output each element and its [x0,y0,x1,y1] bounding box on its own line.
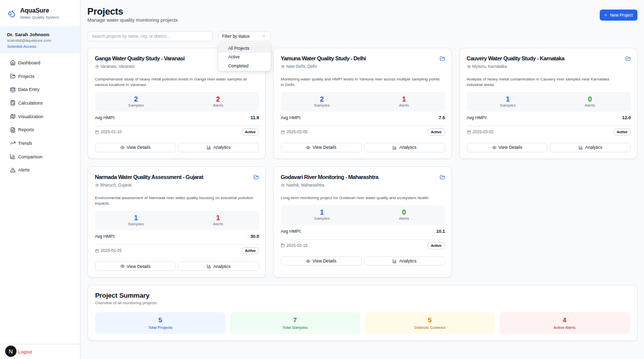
analytics-button[interactable]: Analytics [178,143,259,152]
sidebar-item-data-entry[interactable]: Data Entry [0,83,80,97]
view-details-button[interactable]: View Details [467,143,548,152]
sidebar-item-dashboard[interactable]: Dashboard [0,56,80,70]
samples-stat: 1Samples [467,96,549,108]
nextjs-dev-badge[interactable]: N [5,345,17,357]
sidebar-item-label: Projects [18,74,35,79]
summary-tile-value: 7 [293,317,297,324]
project-description: Environmental assessment of Narmada rive… [95,196,255,206]
analytics-label: Analytics [213,145,230,150]
alerts-label: Alerts [363,104,445,108]
analytics-button[interactable]: Analytics [178,261,259,271]
analytics-button[interactable]: Analytics [550,143,631,152]
sidebar-item-label: Data Entry [18,87,40,92]
analytics-label: Analytics [399,145,416,150]
eye-icon [120,145,125,150]
filter-option-completed[interactable]: Completed [218,62,271,71]
sidebar-item-comparison[interactable]: Comparison [0,150,80,163]
eye-icon [306,259,310,263]
new-project-button[interactable]: New Project [600,10,637,21]
map-pin-icon [95,65,99,69]
folder-open-icon [254,174,259,180]
bar-chart-icon [207,264,211,268]
card-footer: 2025-02-15Active [281,242,445,249]
sidebar-nav: DashboardProjectsData EntryCalculationsV… [0,53,80,344]
alerts-stat: 0Alerts [363,209,445,221]
sidebar-item-alerts[interactable]: Alerts [0,163,80,177]
card-footer: 2025-02-05Active [281,128,445,136]
plus-icon [604,13,608,17]
avg-hmpi-label: Avg HMPI: [281,229,301,234]
analytics-button[interactable]: Analytics [364,143,445,152]
card-divider [95,244,260,245]
page-title: Projects [88,7,178,17]
card-header-text: Cauvery Water Quality Study - KarnatakaM… [467,55,565,69]
alert-triangle-icon [10,167,16,173]
project-card: Cauvery Water Quality Study - KarnatakaM… [459,48,638,159]
view-details-button[interactable]: View Details [95,143,176,152]
logout-button[interactable]: Logout [18,349,32,354]
card-footer: 2025-01-10Active [95,128,260,136]
toolbar: Filter by status All ProjectsActiveCompl… [88,31,638,41]
samples-label: Samples [95,222,177,226]
sidebar-item-visualization[interactable]: Visualization [0,110,80,123]
analytics-button[interactable]: Analytics [364,256,445,266]
summary-tile-districts-covered: 5Districts Covered [365,312,495,334]
card-actions: View DetailsAnalytics [467,143,631,152]
map-pin-icon [281,184,285,188]
project-date-label: 2025-01-10 [101,130,122,134]
alerts-stat: 1Alerts [363,96,445,108]
filter-option-active[interactable]: Active [218,53,271,62]
sidebar-item-projects[interactable]: Projects [0,69,80,83]
user-name: Dr. Sarah Johnson [7,32,73,37]
sidebar-item-reports[interactable]: Reports [0,123,80,137]
summary-tile-active-alerts: 4Active Alerts [500,312,630,334]
summary-tile-label: Total Projects [148,325,172,330]
avg-hmpi-label: Avg HMPI: [95,115,116,120]
filter-option-all-projects[interactable]: All Projects [218,44,271,53]
filter-select-wrap: Filter by status All ProjectsActiveCompl… [218,31,271,41]
sidebar-item-label: Comparison [18,154,43,159]
view-details-label: View Details [127,264,150,269]
samples-label: Samples [95,104,177,108]
sidebar-item-calculations[interactable]: Calculations [0,97,80,110]
page-subtitle: Manage water quality monitoring projects [88,17,178,23]
search-input[interactable] [88,31,213,41]
project-location-label: New Delhi, Delhi [286,64,317,69]
user-role-link[interactable]: Scientist Access [7,44,73,49]
project-date-label: 2025-01-25 [101,248,122,253]
main-content: Projects Manage water quality monitoring… [80,0,644,341]
project-location: New Delhi, Delhi [281,64,366,69]
bar-chart-icon [207,145,211,150]
analytics-label: Analytics [585,145,602,150]
map-pin-icon [467,65,471,69]
alerts-count: 2 [177,96,259,103]
project-title: Yamuna Water Quality Study - Delhi [281,55,366,62]
avg-hmpi-value: 11.9 [251,115,259,120]
samples-count: 2 [95,96,177,103]
project-card: Narmada Water Quality Assessment - Gujar… [88,166,266,278]
project-stats: 2Samples1Alerts [281,92,445,112]
avg-hmpi-row: Avg HMPI:30.0 [95,234,260,239]
status-badge: Active [427,242,445,249]
folder-open-icon [440,56,445,61]
project-title: Ganga Water Quality Study - Varanasi [95,55,185,62]
map-icon [10,114,16,119]
summary-tile-label: Active Alerts [553,325,576,330]
card-header-text: Godavari River Monitoring - MaharashtraN… [281,174,378,188]
summary-subtitle: Overview of all monitoring projects [95,301,630,305]
status-badge: Active [427,128,445,136]
view-details-button[interactable]: View Details [281,256,362,266]
status-badge: Active [613,128,631,136]
sidebar-item-trends[interactable]: Trends [0,137,80,150]
project-summary-panel: Project Summary Overview of all monitori… [88,285,638,341]
project-location: Bharuch, Gujarat [95,183,203,188]
filter-select[interactable]: Filter by status [218,31,271,41]
card-header: Cauvery Water Quality Study - KarnatakaM… [467,55,631,69]
calendar-icon [467,130,471,134]
view-details-button[interactable]: View Details [95,261,176,271]
database-icon [10,87,16,93]
chevron-down-icon [262,34,266,38]
avg-hmpi-row: Avg HMPI:10.1 [281,229,445,234]
calendar-icon [95,130,99,134]
view-details-button[interactable]: View Details [281,143,362,152]
